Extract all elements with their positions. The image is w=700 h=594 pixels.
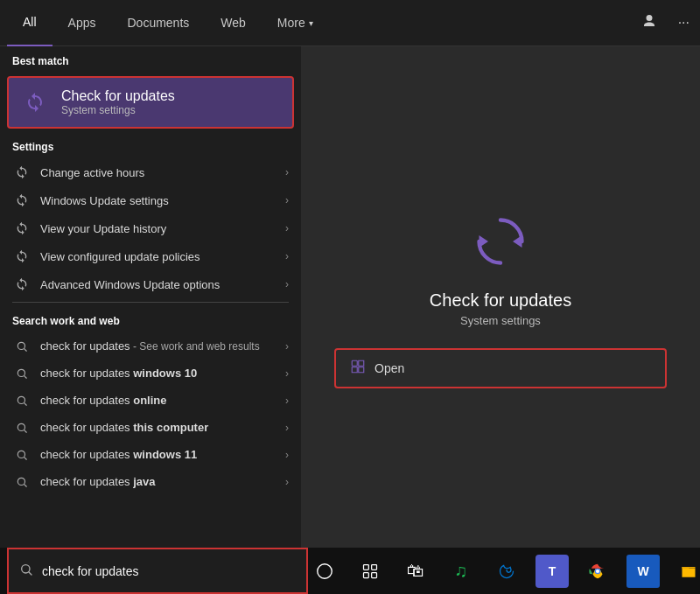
search-item-0[interactable]: check for updates - See work and web res… xyxy=(0,332,301,360)
svg-marker-7 xyxy=(480,235,489,248)
sync-icon xyxy=(12,249,32,263)
settings-update-history[interactable]: View your Update history › xyxy=(0,214,301,242)
search-item-text: check for updates java xyxy=(40,475,285,488)
best-match-label: Best match xyxy=(0,46,301,73)
settings-windows-update[interactable]: Windows Update settings › xyxy=(0,186,301,214)
best-match-text: Check for updates System settings xyxy=(61,88,175,116)
search-icon xyxy=(12,395,32,407)
nav-tab-more[interactable]: More ▾ xyxy=(262,0,329,46)
search-item-1[interactable]: check for updates windows 10 › xyxy=(0,360,301,387)
search-icon xyxy=(12,476,32,488)
svg-rect-8 xyxy=(352,360,357,366)
search-item-2[interactable]: check for updates online › xyxy=(0,387,301,414)
taskbar-taskview-icon[interactable] xyxy=(354,555,387,588)
sync-icon-large xyxy=(466,206,536,276)
divider xyxy=(12,302,289,303)
svg-rect-14 xyxy=(372,572,377,577)
more-options-icon[interactable]: ··· xyxy=(675,11,693,34)
search-item-text: check for updates online xyxy=(40,394,285,407)
chevron-right-icon: › xyxy=(285,395,289,407)
chevron-right-icon: › xyxy=(285,340,289,353)
search-web-label: Search work and web xyxy=(0,306,301,332)
chevron-right-icon: › xyxy=(285,449,289,461)
search-item-text: check for updates this computer xyxy=(40,421,285,434)
open-button[interactable]: Open xyxy=(334,348,667,388)
nav-tab-web[interactable]: Web xyxy=(205,0,262,46)
taskbar-chrome-icon[interactable] xyxy=(581,555,614,588)
person-icon[interactable] xyxy=(638,10,661,36)
left-panel: Best match Check for updates System sett… xyxy=(0,46,301,548)
best-match-title: Check for updates xyxy=(61,88,175,104)
svg-marker-6 xyxy=(513,235,522,248)
best-match-subtitle: System settings xyxy=(61,104,175,116)
settings-item-label: View your Update history xyxy=(40,222,285,235)
search-icon xyxy=(12,340,32,353)
chevron-right-icon: › xyxy=(285,422,289,434)
search-item-text: check for updates - See work and web res… xyxy=(40,339,285,353)
settings-item-label: Advanced Windows Update options xyxy=(40,278,285,291)
taskbar-center: 🛍 ♫ T W xyxy=(308,555,700,588)
right-panel-title: Check for updates xyxy=(430,290,571,311)
search-bar[interactable] xyxy=(7,548,308,594)
sync-icon xyxy=(12,277,32,291)
best-match-item[interactable]: Check for updates System settings xyxy=(7,76,294,129)
settings-advanced-options[interactable]: Advanced Windows Update options › xyxy=(0,270,301,298)
nav-tabs: All Apps Documents Web More ▾ xyxy=(7,0,638,46)
right-top-content: Check for updates System settings Open xyxy=(301,46,700,548)
search-item-3[interactable]: check for updates this computer › xyxy=(0,414,301,441)
right-panel: Check for updates System settings Open xyxy=(301,46,700,548)
search-item-text: check for updates windows 10 xyxy=(40,367,285,380)
settings-change-active-hours[interactable]: Change active hours › xyxy=(0,158,301,186)
search-icon xyxy=(12,367,32,380)
search-input[interactable] xyxy=(42,564,296,578)
svg-rect-13 xyxy=(364,572,369,577)
settings-label: Settings xyxy=(0,132,301,158)
chevron-down-icon: ▾ xyxy=(309,18,313,28)
taskbar-search-icon[interactable] xyxy=(308,555,341,588)
svg-point-10 xyxy=(318,563,332,578)
open-icon xyxy=(350,359,366,378)
nav-action-icons: ··· xyxy=(638,10,693,36)
open-label: Open xyxy=(374,361,404,375)
settings-item-label: View configured update policies xyxy=(40,250,285,263)
nav-tab-all[interactable]: All xyxy=(7,0,52,46)
taskbar-word-icon[interactable]: W xyxy=(626,555,660,588)
chevron-right-icon: › xyxy=(285,476,289,488)
taskbar-store-icon[interactable]: 🛍 xyxy=(399,555,432,588)
chevron-right-icon: › xyxy=(285,194,289,206)
search-item-5[interactable]: check for updates java › xyxy=(0,468,301,495)
search-icon xyxy=(12,422,32,434)
settings-item-label: Change active hours xyxy=(40,166,285,179)
main-content: Best match Check for updates System sett… xyxy=(0,46,700,548)
search-icon xyxy=(12,449,32,461)
top-nav: All Apps Documents Web More ▾ ··· xyxy=(0,0,700,46)
sync-icon xyxy=(12,165,32,179)
chevron-right-icon: › xyxy=(285,278,289,290)
taskbar: 🛍 ♫ T W xyxy=(0,548,700,594)
chevron-right-icon: › xyxy=(285,222,289,234)
svg-point-17 xyxy=(596,569,599,572)
svg-rect-12 xyxy=(372,564,377,570)
nav-tab-apps[interactable]: Apps xyxy=(52,0,112,46)
right-panel-subtitle: System settings xyxy=(460,314,541,327)
search-bar-icon xyxy=(19,563,33,580)
search-item-text: check for updates windows 11 xyxy=(40,448,285,461)
sync-icon-small xyxy=(19,87,51,118)
nav-tab-documents[interactable]: Documents xyxy=(111,0,205,46)
search-item-4[interactable]: check for updates windows 11 › xyxy=(0,441,301,468)
chevron-right-icon: › xyxy=(285,166,289,178)
taskbar-left xyxy=(7,548,308,594)
taskbar-edge-icon[interactable] xyxy=(490,555,523,588)
settings-configured-policies[interactable]: View configured update policies › xyxy=(0,242,301,270)
sync-icon xyxy=(12,193,32,207)
settings-item-label: Windows Update settings xyxy=(40,194,285,207)
sync-icon xyxy=(12,221,32,235)
taskbar-teams-icon[interactable]: T xyxy=(536,555,569,588)
taskbar-explorer-icon[interactable] xyxy=(672,555,700,588)
chevron-right-icon: › xyxy=(285,367,289,380)
taskbar-spotify-icon[interactable]: ♫ xyxy=(444,555,478,588)
svg-rect-11 xyxy=(364,564,369,570)
chevron-right-icon: › xyxy=(285,250,289,262)
